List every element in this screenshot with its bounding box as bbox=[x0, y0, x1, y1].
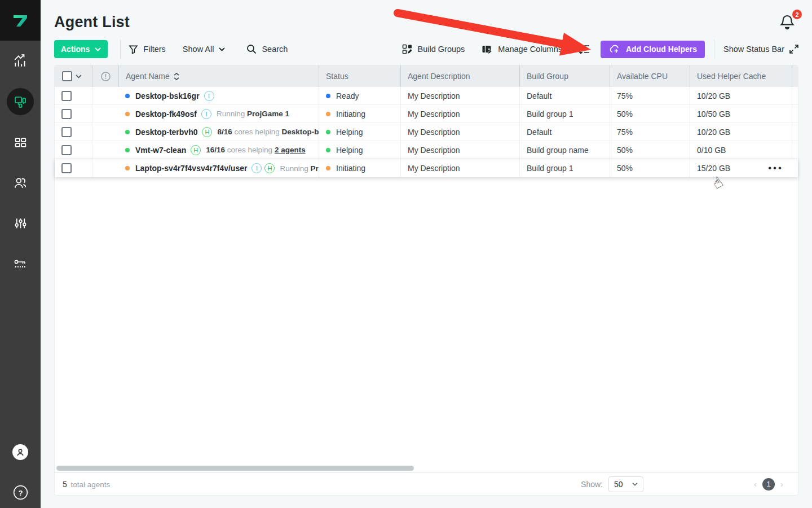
header-description[interactable]: Agent Description bbox=[400, 65, 519, 87]
spacer-cell bbox=[792, 141, 799, 159]
user-avatar[interactable] bbox=[12, 444, 28, 460]
description-cell: My Description bbox=[400, 159, 519, 177]
alert-circle-icon bbox=[100, 71, 111, 82]
person-icon bbox=[15, 447, 25, 457]
table-footer: 5 total agents Show: 50 ‹ 1 › bbox=[55, 472, 798, 495]
available-cpu-cell: 50% bbox=[610, 105, 690, 122]
notifications-button[interactable]: 2 bbox=[779, 14, 800, 33]
row-height-button[interactable] bbox=[578, 43, 590, 55]
activity-text: Running ProjGame 1 bbox=[280, 164, 319, 173]
row-checkbox[interactable] bbox=[61, 109, 72, 119]
build-groups-edit-icon bbox=[402, 44, 413, 55]
show-label: Show: bbox=[581, 480, 603, 489]
alert-cell bbox=[92, 105, 118, 122]
sidebar-item-agents[interactable] bbox=[0, 81, 41, 122]
sidebar-item-build-groups[interactable] bbox=[0, 122, 41, 163]
status-cell: Initiating bbox=[319, 105, 400, 122]
svg-text:?: ? bbox=[18, 489, 23, 497]
page-size-select[interactable]: 50 bbox=[608, 476, 643, 492]
show-status-bar-button[interactable]: Show Status Bar bbox=[723, 45, 798, 54]
show-status-bar-label: Show Status Bar bbox=[723, 45, 784, 54]
table-row[interactable]: Desktop-bsk16gr I Ready My Description D… bbox=[55, 87, 798, 105]
toolbar: Actions Filters Show All Search bbox=[54, 40, 798, 58]
agent-table: Agent Name Status Agent Description Buil… bbox=[54, 65, 798, 496]
sliders-settings-icon bbox=[14, 217, 28, 231]
spacer-cell bbox=[792, 105, 799, 122]
alert-cell bbox=[92, 141, 118, 159]
select-all-checkbox[interactable] bbox=[62, 71, 72, 81]
used-helper-cache-cell: 10/20 GB bbox=[690, 123, 792, 141]
sidebar-item-settings[interactable] bbox=[0, 203, 41, 244]
help-button[interactable]: ? bbox=[13, 485, 28, 500]
page-title: Agent List bbox=[54, 14, 130, 31]
row-checkbox[interactable] bbox=[61, 91, 72, 101]
row-checkbox[interactable] bbox=[61, 163, 72, 173]
agent-name-cell: Laptop-sv4r7f4vsv4r7f4v/user I H Running… bbox=[118, 159, 319, 177]
agent-name: Desktop-terbvh0 bbox=[135, 128, 197, 137]
page-size-value: 50 bbox=[614, 480, 623, 489]
table-row[interactable]: Desktop-terbvh0 H 8/16 cores helping Des… bbox=[55, 123, 798, 141]
header-build-group[interactable]: Build Group bbox=[519, 65, 610, 87]
prev-page-button[interactable]: ‹ bbox=[754, 479, 757, 489]
agents-icon bbox=[14, 95, 27, 108]
select-menu-chevron-icon[interactable] bbox=[76, 75, 82, 78]
helped-agents-link[interactable]: 2 agents bbox=[275, 146, 306, 154]
header-used-helper-cache[interactable]: Used Helper Cache bbox=[690, 65, 792, 87]
scrollbar-thumb[interactable] bbox=[56, 466, 414, 471]
total-label: total agents bbox=[71, 480, 111, 489]
manage-columns-label: Manage Columns bbox=[498, 45, 562, 54]
manage-columns-button[interactable]: Manage Columns bbox=[482, 44, 562, 55]
status-cell: Helping bbox=[319, 123, 400, 141]
search-button[interactable]: Search bbox=[246, 44, 288, 54]
description-column-label: Agent Description bbox=[408, 72, 470, 81]
header-status[interactable]: Status bbox=[319, 65, 400, 87]
total-count: 5 bbox=[63, 480, 67, 489]
status-dot bbox=[326, 130, 330, 134]
next-page-button[interactable]: › bbox=[780, 479, 783, 489]
build-group-cell: Build group 1 bbox=[519, 159, 610, 177]
add-cloud-helpers-button[interactable]: Add Cloud Helpers bbox=[601, 41, 705, 58]
status-dot bbox=[125, 130, 130, 134]
current-page[interactable]: 1 bbox=[762, 478, 775, 491]
agent-name-cell: Desktop-terbvh0 H 8/16 cores helping Des… bbox=[118, 123, 319, 141]
show-all-dropdown[interactable]: Show All bbox=[183, 45, 226, 54]
table-row[interactable]: Desktop-fk49osf I Running ProjGame 1 Ini… bbox=[55, 105, 798, 123]
chevron-down-icon bbox=[219, 47, 225, 51]
notification-badge: 2 bbox=[792, 10, 802, 19]
app-logo[interactable] bbox=[0, 0, 41, 41]
helper-badge: H bbox=[202, 127, 212, 137]
alert-cell bbox=[92, 123, 118, 141]
used-helper-cache-column-label: Used Helper Cache bbox=[697, 72, 766, 81]
status-dot bbox=[326, 166, 330, 170]
actions-button[interactable]: Actions bbox=[54, 40, 108, 58]
sidebar-item-license[interactable] bbox=[0, 244, 41, 284]
status-cell: Initiating bbox=[319, 159, 400, 177]
build-groups-label: Build Groups bbox=[418, 45, 465, 54]
header-spacer bbox=[792, 65, 799, 87]
build-groups-board-icon bbox=[14, 135, 28, 150]
status-label: Helping bbox=[336, 146, 363, 155]
build-group-cell: Default bbox=[519, 123, 610, 141]
filters-button[interactable]: Filters bbox=[129, 45, 165, 54]
build-groups-button[interactable]: Build Groups bbox=[402, 44, 465, 55]
sort-icon[interactable] bbox=[174, 73, 179, 80]
status-dot bbox=[125, 148, 130, 152]
status-label: Helping bbox=[336, 128, 363, 137]
row-menu-button[interactable]: ••• bbox=[768, 161, 783, 175]
table-row[interactable]: Vmt-w7-clean H 16/16 cores helping 2 age… bbox=[55, 141, 798, 159]
add-cloud-helpers-label: Add Cloud Helpers bbox=[626, 45, 697, 54]
sidebar-item-users[interactable] bbox=[0, 163, 41, 203]
table-row[interactable]: Laptop-sv4r7f4vsv4r7f4v/user I H Running… bbox=[55, 159, 798, 177]
toolbar-divider bbox=[120, 40, 121, 59]
main-content: Agent List 2 Actions Filters Show All bbox=[41, 0, 812, 508]
available-cpu-cell: 50% bbox=[610, 141, 690, 159]
row-checkbox[interactable] bbox=[61, 145, 72, 155]
header-available-cpu[interactable]: Available CPU bbox=[610, 65, 690, 87]
agent-name-column-label: Agent Name bbox=[126, 72, 170, 81]
toolbar-divider bbox=[714, 40, 714, 59]
header-agent-name[interactable]: Agent Name bbox=[118, 65, 319, 87]
header-alerts bbox=[92, 65, 118, 87]
row-checkbox[interactable] bbox=[61, 127, 72, 137]
chevron-down-icon bbox=[95, 47, 101, 51]
sidebar-item-analytics[interactable] bbox=[0, 41, 41, 81]
